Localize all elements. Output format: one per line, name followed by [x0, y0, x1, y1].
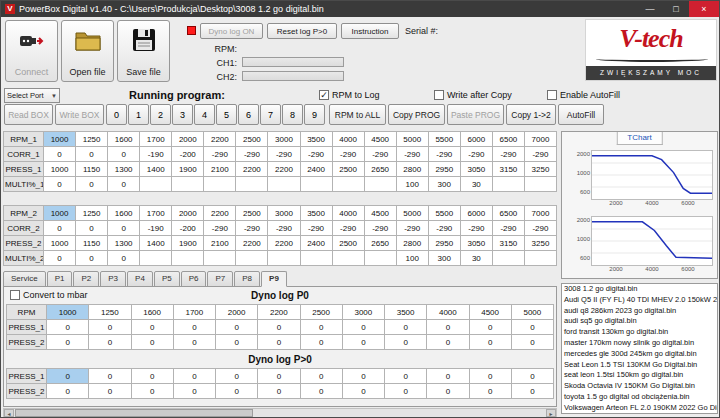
digit-button-5[interactable]: 5	[216, 104, 237, 125]
value-cell[interactable]: 1000	[44, 132, 76, 147]
value-cell[interactable]: -290	[332, 221, 364, 236]
value-cell[interactable]: 0	[173, 320, 215, 335]
value-cell[interactable]: 0	[131, 384, 173, 399]
scroll-right-icon[interactable]: ►	[546, 409, 556, 417]
value-cell[interactable]: 3000	[268, 206, 300, 221]
value-cell[interactable]	[268, 251, 300, 266]
value-cell[interactable]: 2950	[428, 236, 460, 251]
value-cell[interactable]: 0	[427, 320, 469, 335]
value-cell[interactable]: 0	[89, 369, 131, 384]
value-cell[interactable]: 1900	[172, 162, 204, 177]
value-cell[interactable]: 1000	[44, 162, 76, 177]
autofill-button[interactable]: AutoFill	[558, 104, 604, 125]
value-cell[interactable]: 5000	[511, 305, 553, 320]
value-cell[interactable]	[332, 251, 364, 266]
instruction-button[interactable]: Instruction	[341, 23, 399, 39]
value-cell[interactable]: -290	[396, 147, 428, 162]
value-cell[interactable]: 2650	[364, 162, 396, 177]
value-cell[interactable]	[236, 251, 268, 266]
paste-prog-button[interactable]: Paste PROG	[447, 104, 504, 125]
value-cell[interactable]: 0	[300, 369, 342, 384]
maximize-button[interactable]: □	[663, 1, 689, 17]
value-cell[interactable]: 0	[258, 384, 300, 399]
reset-log-button[interactable]: Reset log P>0	[267, 23, 337, 39]
value-cell[interactable]: -190	[140, 147, 172, 162]
value-cell[interactable]: 0	[216, 335, 258, 350]
close-button[interactable]: ×	[689, 1, 719, 17]
value-cell[interactable]: -200	[172, 147, 204, 162]
value-cell[interactable]: 0	[108, 251, 140, 266]
select-port-dropdown[interactable]: Select Port ▼	[4, 88, 60, 103]
value-cell[interactable]: 1250	[76, 132, 108, 147]
value-cell[interactable]: 0	[216, 369, 258, 384]
value-cell[interactable]: 0	[258, 320, 300, 335]
value-cell[interactable]: -290	[428, 147, 460, 162]
value-cell[interactable]: 6500	[492, 132, 524, 147]
value-cell[interactable]: 0	[385, 320, 427, 335]
value-cell[interactable]: 0	[76, 251, 108, 266]
connect-button[interactable]: Connect	[5, 20, 58, 82]
value-cell[interactable]: 3250	[524, 162, 556, 177]
value-cell[interactable]: 3000	[342, 305, 384, 320]
value-cell[interactable]: -290	[268, 221, 300, 236]
value-cell[interactable]: 6500	[492, 206, 524, 221]
copy-1-to-2-button[interactable]: Copy 1->2	[506, 104, 556, 125]
value-cell[interactable]: 0	[511, 320, 553, 335]
value-cell[interactable]: 2200	[204, 132, 236, 147]
value-cell[interactable]: 3050	[460, 236, 492, 251]
value-cell[interactable]: 0	[427, 335, 469, 350]
value-cell[interactable]: -290	[524, 147, 556, 162]
value-cell[interactable]: 0	[511, 369, 553, 384]
value-cell[interactable]: 3150	[492, 162, 524, 177]
value-cell[interactable]: -290	[300, 147, 332, 162]
value-cell[interactable]: 300	[428, 251, 460, 266]
value-cell[interactable]: 2650	[364, 236, 396, 251]
value-cell[interactable]: 0	[173, 335, 215, 350]
value-cell[interactable]: 2000	[172, 206, 204, 221]
value-cell[interactable]: -290	[236, 147, 268, 162]
value-cell[interactable]: 0	[342, 369, 384, 384]
digit-button-4[interactable]: 4	[194, 104, 215, 125]
value-cell[interactable]: 0	[216, 384, 258, 399]
value-cell[interactable]: -290	[332, 147, 364, 162]
value-cell[interactable]: 30	[460, 251, 492, 266]
value-cell[interactable]: 0	[44, 177, 76, 192]
value-cell[interactable]: 3500	[385, 305, 427, 320]
value-cell[interactable]: 0	[300, 384, 342, 399]
digit-button-0[interactable]: 0	[106, 104, 127, 125]
value-cell[interactable]: 1700	[140, 132, 172, 147]
value-cell[interactable]: 0	[89, 335, 131, 350]
value-cell[interactable]	[364, 251, 396, 266]
value-cell[interactable]: 1150	[76, 162, 108, 177]
value-cell[interactable]: 0	[511, 384, 553, 399]
value-cell[interactable]: 0	[173, 369, 215, 384]
digit-button-2[interactable]: 2	[150, 104, 171, 125]
value-cell[interactable]: -290	[396, 221, 428, 236]
value-cell[interactable]: 1600	[108, 206, 140, 221]
value-cell[interactable]: 1400	[140, 162, 172, 177]
value-cell[interactable]: 2400	[300, 236, 332, 251]
value-cell[interactable]: 0	[258, 369, 300, 384]
digit-button-6[interactable]: 6	[238, 104, 259, 125]
value-cell[interactable]: 7000	[524, 206, 556, 221]
value-cell[interactable]: 2400	[300, 162, 332, 177]
value-cell[interactable]: 2200	[236, 162, 268, 177]
digit-button-8[interactable]: 8	[282, 104, 303, 125]
digit-button-9[interactable]: 9	[304, 104, 325, 125]
value-cell[interactable]: 6000	[460, 132, 492, 147]
value-cell[interactable]	[204, 251, 236, 266]
value-cell[interactable]: 1150	[76, 236, 108, 251]
value-cell[interactable]: 0	[76, 221, 108, 236]
value-cell[interactable]: 2100	[204, 162, 236, 177]
tab-service[interactable]: Service	[3, 271, 46, 287]
value-cell[interactable]: 2500	[332, 236, 364, 251]
value-cell[interactable]: 300	[428, 177, 460, 192]
tab-p6[interactable]: P6	[181, 271, 207, 287]
value-cell[interactable]: 2500	[236, 206, 268, 221]
file-list-item[interactable]: toyota 1.5 go digital od obciążenia.bin	[562, 392, 717, 403]
value-cell[interactable]: 1000	[44, 206, 76, 221]
value-cell[interactable]: 1000	[47, 305, 89, 320]
value-cell[interactable]: 5500	[428, 132, 460, 147]
tab-p1[interactable]: P1	[47, 271, 73, 287]
value-cell[interactable]: 1600	[131, 305, 173, 320]
